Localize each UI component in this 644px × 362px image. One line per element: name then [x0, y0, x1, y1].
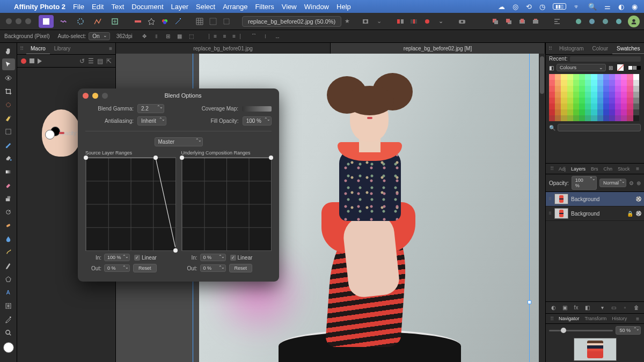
dodge-tool[interactable] [2, 206, 15, 218]
panel-grip-icon[interactable]: ⠿ [546, 46, 555, 51]
shield-icon[interactable]: ◎ [513, 3, 518, 11]
macro-export-icon[interactable]: ⇱ [106, 57, 112, 65]
snap2-icon[interactable]: ⊞ [163, 32, 173, 41]
coverage-map-preview[interactable] [242, 106, 272, 112]
camera-icon[interactable] [456, 16, 468, 27]
panel-grip-icon[interactable]: ⠿ [17, 46, 26, 51]
src-in-dropdown[interactable]: 100 % [104, 254, 130, 261]
doc-tab-2[interactable]: replace_bg_before02.jpg [M] [331, 43, 545, 54]
menu-text[interactable]: Text [111, 3, 124, 11]
eraser-tool[interactable] [2, 179, 15, 191]
close-icon[interactable] [83, 93, 89, 99]
pen-tool[interactable] [2, 260, 15, 271]
layer-thumbnail[interactable] [554, 208, 568, 219]
underlying-curve[interactable] [181, 157, 272, 251]
layer-name[interactable]: Background [571, 196, 633, 202]
brush-tool[interactable] [2, 139, 15, 151]
fill-opacity-dropdown[interactable]: 100 % [243, 116, 272, 125]
layer-fx-icon[interactable]: ⊕ [636, 180, 641, 186]
adj3-icon[interactable] [599, 16, 611, 27]
no-color-swatch[interactable] [617, 64, 624, 71]
doc-tab-1[interactable]: replace_bg_before01.jpg [116, 43, 331, 54]
snap1-icon[interactable]: ⫴ [151, 32, 162, 41]
adj1-icon[interactable] [573, 16, 584, 27]
layer-opacity-dropdown[interactable]: 100 % [572, 176, 597, 190]
cloud-icon[interactable]: ☁ [498, 3, 505, 11]
order-back-icon[interactable] [489, 16, 501, 27]
group-layer-icon[interactable]: ▭ [609, 304, 618, 312]
align-l-icon[interactable]: ⎸≡ [208, 32, 218, 41]
panel-menu-icon[interactable]: ≡ [106, 46, 115, 51]
tone-persona-button[interactable] [90, 15, 105, 28]
document-title[interactable]: replace_bg_before02.jpg (50.0%) [242, 16, 341, 27]
under-linear-checkbox[interactable]: ✓Linear [230, 255, 253, 261]
order-front-icon[interactable] [503, 16, 515, 27]
macro-tab[interactable]: Macro [26, 43, 50, 54]
macro-save-icon[interactable]: ▤ [97, 57, 103, 65]
fx-layer-icon[interactable]: fx [572, 304, 581, 312]
panel-grip-icon[interactable]: ⠿ [548, 316, 556, 322]
adj-tab[interactable]: Adj [556, 166, 568, 172]
small-swatches[interactable] [628, 66, 641, 70]
mask-layer-icon[interactable]: ▣ [560, 304, 569, 312]
source-curve[interactable] [85, 157, 176, 251]
layer-grip-icon[interactable]: ⠿ [548, 197, 552, 202]
align-icon[interactable] [551, 16, 563, 27]
layer-thumbnail[interactable] [554, 194, 568, 204]
dropdown-icon[interactable]: ⌄ [373, 16, 385, 27]
snap3-icon[interactable]: ▦ [174, 32, 185, 41]
menu-document[interactable]: Document [131, 3, 163, 11]
stop-button[interactable] [30, 58, 34, 63]
control-center-icon[interactable]: ⚌ [604, 3, 611, 11]
menu-view[interactable]: View [282, 3, 297, 11]
blend-layer-icon[interactable]: ◧ [583, 304, 592, 312]
merge-layer-icon[interactable]: ▾ [598, 304, 607, 312]
palette-type-icon[interactable]: ◧ [549, 65, 554, 71]
navigator-tab[interactable]: Navigator [556, 316, 582, 321]
layer-grip-icon[interactable]: ⠿ [548, 211, 552, 216]
history-tab[interactable]: History [609, 316, 630, 321]
crop-tool[interactable] [2, 85, 15, 97]
adj4-icon[interactable] [613, 16, 625, 27]
channel-dropdown[interactable]: Master [155, 137, 203, 146]
color-button[interactable] [159, 16, 171, 27]
panel-grip-icon[interactable]: ⠿ [548, 166, 556, 172]
dropper-tool[interactable] [2, 313, 15, 325]
panel-menu-icon[interactable]: ≡ [633, 166, 642, 172]
quickmask-icon[interactable] [394, 16, 406, 27]
layer-visibility-icon[interactable] [636, 196, 641, 202]
zoom-dropdown[interactable]: 50 % [616, 326, 641, 335]
align-c-icon[interactable]: ≡ [219, 32, 230, 41]
src-reset-button[interactable]: Reset [133, 264, 157, 272]
adj2-icon[interactable] [586, 16, 598, 27]
menu-arrange[interactable]: Arrange [223, 3, 247, 11]
add-layer-icon[interactable]: ▫ [620, 304, 630, 312]
order-top-icon[interactable] [516, 16, 528, 27]
move-tool[interactable] [2, 58, 15, 70]
wand-button[interactable] [172, 16, 184, 27]
app-name[interactable]: Affinity Photo 2 [14, 3, 65, 11]
paint-icon[interactable] [421, 16, 433, 27]
flag-icon[interactable]: ◐ [618, 3, 624, 11]
mesh-tool[interactable] [2, 300, 15, 312]
layer-row[interactable]: ⠿ Background 🔒 [546, 206, 644, 221]
layer-name[interactable]: Background [571, 211, 623, 217]
swatch-grid[interactable] [549, 74, 641, 121]
macro-reset-icon[interactable]: ↺ [79, 57, 85, 65]
view-tool[interactable] [2, 72, 15, 84]
export-persona-button[interactable] [107, 15, 122, 28]
battery-icon[interactable]: ▮▮▯ [553, 3, 566, 10]
shape-tool[interactable] [2, 273, 15, 285]
panel-menu-icon[interactable]: ≡ [633, 316, 642, 322]
order-bottom-icon[interactable] [530, 16, 541, 27]
stock-tab[interactable]: Stock [615, 166, 633, 172]
align-m-icon[interactable]: ⫶ [260, 32, 271, 41]
src-out-dropdown[interactable]: 0 % [104, 264, 130, 272]
blend-mode-dropdown[interactable]: Normal [599, 179, 626, 187]
antialiasing-dropdown[interactable]: Inherit [137, 116, 166, 125]
chn-tab[interactable]: Chn [601, 166, 616, 172]
develop-persona-button[interactable] [73, 15, 88, 28]
blend-gamma-dropdown[interactable]: 2.2 [137, 104, 164, 113]
autoselect-dropdown[interactable]: On [89, 32, 109, 40]
align-r-icon[interactable]: ≡⎹ [231, 32, 242, 41]
